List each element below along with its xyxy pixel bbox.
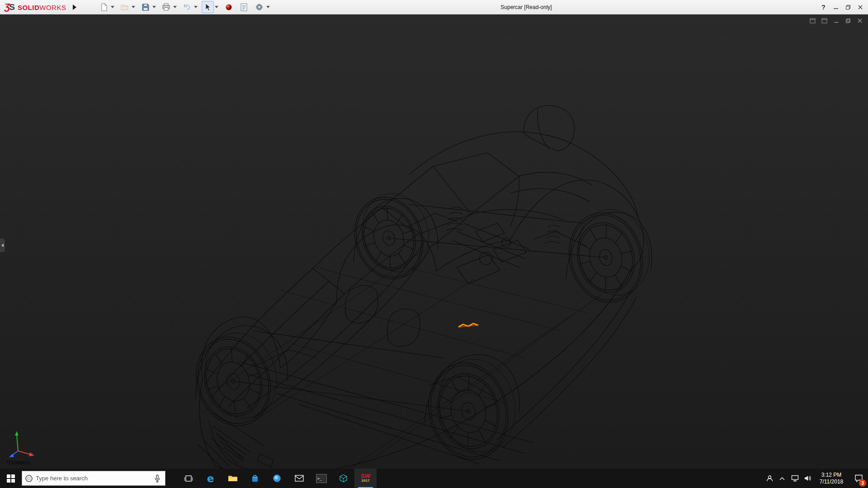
brand-name-light: WORKS — [39, 4, 66, 11]
hidden-icons-button[interactable] — [776, 469, 788, 488]
close-button[interactable] — [854, 1, 866, 13]
file-properties-button[interactable] — [238, 1, 250, 13]
document-window-controls — [809, 17, 863, 24]
printer-icon — [162, 3, 170, 11]
select-cursor-icon — [204, 3, 212, 11]
brand-name-bold: SOLID — [18, 4, 39, 11]
expand-arrow-icon — [73, 5, 76, 10]
graphics-viewport[interactable]: *Dimetric — [0, 14, 868, 469]
solidworks-year-label: 2017 — [362, 479, 370, 483]
microphone-button[interactable] — [150, 474, 165, 483]
task-view-button[interactable] — [177, 469, 199, 488]
taskbar-search[interactable] — [22, 471, 165, 486]
highlighted-sketch-segment[interactable] — [458, 324, 478, 327]
new-document-dropdown[interactable] — [110, 1, 115, 13]
command-prompt-button[interactable]: >_ — [310, 469, 332, 488]
brand-name: SOLIDWORKS — [18, 4, 66, 11]
volume-button[interactable] — [801, 469, 814, 488]
notification-badge: 3 — [859, 479, 866, 487]
wireframe-car-model[interactable] — [0, 14, 868, 469]
solidworks-app-icon: SW 2017 — [361, 474, 370, 483]
windows-logo-icon — [7, 474, 15, 483]
minimize-button[interactable] — [830, 1, 842, 13]
file-properties-icon — [240, 3, 248, 11]
help-icon: ? — [821, 4, 826, 11]
restore-button[interactable] — [842, 1, 854, 13]
view-orientation-label: *Dimetric — [6, 459, 31, 466]
options-dropdown[interactable] — [265, 1, 271, 13]
action-center-button[interactable]: 3 — [849, 469, 868, 488]
chevron-down-icon — [111, 6, 114, 8]
restore-icon — [845, 5, 851, 10]
undo-dropdown[interactable] — [193, 1, 198, 13]
people-button[interactable] — [763, 469, 776, 488]
minimize-document-icon[interactable] — [832, 17, 840, 24]
windows-taskbar: e >_ SW 2017 — [0, 469, 868, 488]
menu-expand-arrow-button[interactable] — [71, 2, 79, 12]
car-chassis-details — [198, 204, 606, 469]
new-document-icon — [100, 3, 108, 11]
open-button[interactable] — [118, 1, 131, 13]
feature-tree-collapse-tab[interactable] — [0, 239, 5, 252]
microphone-icon — [154, 474, 160, 483]
browser-globe-icon — [273, 474, 281, 483]
save-button[interactable] — [139, 1, 151, 13]
open-dropdown[interactable] — [131, 1, 136, 13]
quick-access-toolbar — [98, 1, 272, 13]
minimize-icon — [833, 5, 839, 10]
orientation-triad — [3, 425, 41, 463]
undo-button[interactable] — [181, 1, 193, 13]
network-button[interactable] — [788, 469, 801, 488]
print-dropdown[interactable] — [172, 1, 178, 13]
chevron-left-icon — [1, 244, 4, 247]
solidworks-logo: Ʒ S SOLIDWORKS — [5, 2, 66, 12]
chevron-down-icon — [194, 6, 198, 8]
help-button[interactable]: ? — [817, 1, 830, 13]
appearance-sphere-button[interactable] — [222, 1, 235, 13]
solidworks-taskbar-button[interactable]: SW 2017 — [354, 469, 377, 488]
window-controls: ? — [817, 0, 866, 14]
file-explorer-button[interactable] — [222, 469, 244, 488]
select-tool-dropdown[interactable] — [214, 1, 219, 13]
dassault-s-mark-icon: S — [9, 2, 15, 12]
menubar: Ʒ S SOLIDWORKS — [0, 0, 868, 14]
file-explorer-icon — [228, 474, 238, 483]
close-icon — [858, 5, 863, 10]
model-viewer-button[interactable] — [332, 469, 354, 488]
new-document-button[interactable] — [98, 1, 110, 13]
select-tool-button[interactable] — [202, 1, 214, 13]
mail-button[interactable] — [288, 469, 310, 488]
undo-arrow-icon — [183, 3, 191, 11]
chevron-down-icon — [266, 6, 270, 8]
clock-date: 7/11/2018 — [820, 479, 844, 485]
command-prompt-icon: >_ — [316, 474, 327, 483]
document-window-icon-2[interactable] — [821, 17, 828, 24]
task-view-icon — [184, 474, 193, 483]
taskbar-clock[interactable]: 3:12 PM 7/11/2018 — [814, 469, 849, 488]
cube-icon — [339, 474, 348, 483]
edge-icon: e — [207, 473, 214, 484]
store-button[interactable] — [244, 469, 266, 488]
search-input[interactable] — [36, 475, 150, 482]
close-document-icon[interactable] — [856, 17, 863, 24]
network-icon — [791, 475, 799, 482]
solidworks-app-window: Ʒ S SOLIDWORKS — [0, 0, 868, 488]
open-folder-icon — [120, 3, 129, 11]
speaker-icon — [804, 475, 811, 482]
save-dropdown[interactable] — [151, 1, 157, 13]
system-tray: 3:12 PM 7/11/2018 3 — [763, 469, 868, 488]
restore-document-icon[interactable] — [844, 17, 852, 24]
taskbar-apps: e >_ SW 2017 — [177, 469, 377, 488]
clock-time: 3:12 PM — [821, 472, 842, 479]
chevron-down-icon — [152, 6, 156, 8]
cortana-icon — [22, 474, 36, 483]
edge-button[interactable]: e — [199, 469, 222, 488]
chevron-down-icon — [173, 6, 177, 8]
browser-button[interactable] — [266, 469, 288, 488]
car-wheels — [184, 185, 659, 468]
document-window-icon[interactable] — [809, 17, 816, 24]
print-button[interactable] — [160, 1, 172, 13]
options-button[interactable] — [253, 1, 265, 13]
save-icon — [142, 3, 150, 11]
start-button[interactable] — [0, 469, 22, 488]
